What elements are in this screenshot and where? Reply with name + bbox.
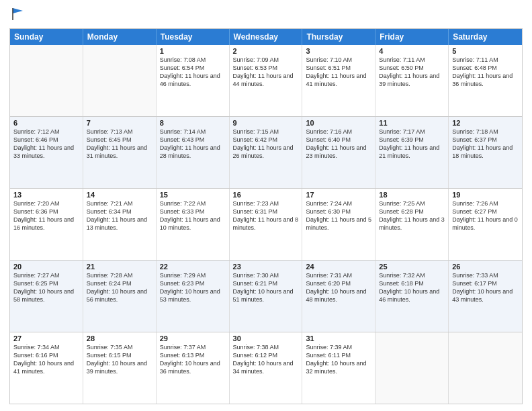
calendar-day-18: 18Sunrise: 7:25 AM Sunset: 6:28 PM Dayli… xyxy=(375,189,449,260)
calendar-day-17: 17Sunrise: 7:24 AM Sunset: 6:30 PM Dayli… xyxy=(302,189,375,260)
day-number: 26 xyxy=(452,263,519,271)
calendar-day-25: 25Sunrise: 7:32 AM Sunset: 6:18 PM Dayli… xyxy=(375,261,449,332)
day-info: Sunrise: 7:12 AM Sunset: 6:46 PM Dayligh… xyxy=(13,128,79,161)
calendar-day-9: 9Sunrise: 7:15 AM Sunset: 6:42 PM Daylig… xyxy=(230,117,303,188)
calendar-day-28: 28Sunrise: 7:35 AM Sunset: 6:15 PM Dayli… xyxy=(83,332,157,404)
day-number: 8 xyxy=(160,119,226,127)
day-number: 7 xyxy=(87,119,152,127)
day-info: Sunrise: 7:23 AM Sunset: 6:31 PM Dayligh… xyxy=(233,199,299,232)
day-number: 6 xyxy=(13,119,79,127)
day-number: 21 xyxy=(87,263,152,271)
calendar-day-22: 22Sunrise: 7:29 AM Sunset: 6:23 PM Dayli… xyxy=(157,261,230,332)
day-number: 2 xyxy=(233,47,299,55)
day-info: Sunrise: 7:13 AM Sunset: 6:45 PM Dayligh… xyxy=(87,128,152,161)
day-info: Sunrise: 7:32 AM Sunset: 6:18 PM Dayligh… xyxy=(379,271,445,304)
day-number: 5 xyxy=(452,47,519,55)
day-number: 31 xyxy=(306,334,371,342)
day-info: Sunrise: 7:26 AM Sunset: 6:27 PM Dayligh… xyxy=(452,199,519,232)
logo-flag-icon xyxy=(11,7,26,21)
day-number: 15 xyxy=(160,191,226,199)
day-info: Sunrise: 7:38 AM Sunset: 6:12 PM Dayligh… xyxy=(233,343,299,376)
calendar-day-13: 13Sunrise: 7:20 AM Sunset: 6:36 PM Dayli… xyxy=(10,189,83,260)
calendar-day-empty xyxy=(83,45,157,116)
calendar-week-5: 27Sunrise: 7:34 AM Sunset: 6:16 PM Dayli… xyxy=(10,332,522,404)
day-number: 20 xyxy=(13,263,79,271)
calendar-week-3: 13Sunrise: 7:20 AM Sunset: 6:36 PM Dayli… xyxy=(10,188,522,260)
day-info: Sunrise: 7:33 AM Sunset: 6:17 PM Dayligh… xyxy=(452,271,519,304)
day-info: Sunrise: 7:08 AM Sunset: 6:54 PM Dayligh… xyxy=(160,56,226,89)
calendar-day-15: 15Sunrise: 7:22 AM Sunset: 6:33 PM Dayli… xyxy=(157,189,230,260)
calendar-day-23: 23Sunrise: 7:30 AM Sunset: 6:21 PM Dayli… xyxy=(230,261,303,332)
logo-text-block xyxy=(9,7,26,24)
weekday-header-sunday: Sunday xyxy=(10,29,83,45)
day-number: 16 xyxy=(233,191,299,199)
calendar-day-empty xyxy=(375,332,449,404)
day-info: Sunrise: 7:29 AM Sunset: 6:23 PM Dayligh… xyxy=(160,271,226,304)
day-info: Sunrise: 7:15 AM Sunset: 6:42 PM Dayligh… xyxy=(233,128,299,161)
day-number: 27 xyxy=(13,334,79,342)
day-info: Sunrise: 7:20 AM Sunset: 6:36 PM Dayligh… xyxy=(13,199,79,232)
weekday-header-saturday: Saturday xyxy=(449,29,522,45)
calendar-day-11: 11Sunrise: 7:17 AM Sunset: 6:39 PM Dayli… xyxy=(375,117,449,188)
calendar-day-30: 30Sunrise: 7:38 AM Sunset: 6:12 PM Dayli… xyxy=(230,332,303,404)
day-info: Sunrise: 7:39 AM Sunset: 6:11 PM Dayligh… xyxy=(306,343,371,376)
day-number: 30 xyxy=(233,334,299,342)
calendar-day-31: 31Sunrise: 7:39 AM Sunset: 6:11 PM Dayli… xyxy=(302,332,375,404)
day-number: 9 xyxy=(233,119,299,127)
day-info: Sunrise: 7:16 AM Sunset: 6:40 PM Dayligh… xyxy=(306,128,371,161)
day-number: 14 xyxy=(87,191,152,199)
day-info: Sunrise: 7:11 AM Sunset: 6:50 PM Dayligh… xyxy=(379,56,445,89)
weekday-header-tuesday: Tuesday xyxy=(157,29,230,45)
calendar-day-10: 10Sunrise: 7:16 AM Sunset: 6:40 PM Dayli… xyxy=(302,117,375,188)
day-number: 4 xyxy=(379,47,445,55)
day-info: Sunrise: 7:30 AM Sunset: 6:21 PM Dayligh… xyxy=(233,271,299,304)
calendar-day-20: 20Sunrise: 7:27 AM Sunset: 6:25 PM Dayli… xyxy=(10,261,83,332)
calendar-day-empty xyxy=(449,332,522,404)
svg-marker-0 xyxy=(13,8,23,20)
calendar-week-1: 1Sunrise: 7:08 AM Sunset: 6:54 PM Daylig… xyxy=(10,45,522,116)
day-info: Sunrise: 7:28 AM Sunset: 6:24 PM Dayligh… xyxy=(87,271,152,304)
day-info: Sunrise: 7:18 AM Sunset: 6:37 PM Dayligh… xyxy=(452,128,519,161)
calendar-week-2: 6Sunrise: 7:12 AM Sunset: 6:46 PM Daylig… xyxy=(10,116,522,188)
day-info: Sunrise: 7:11 AM Sunset: 6:48 PM Dayligh… xyxy=(452,56,519,89)
day-number: 17 xyxy=(306,191,371,199)
day-number: 12 xyxy=(452,119,519,127)
calendar-day-26: 26Sunrise: 7:33 AM Sunset: 6:17 PM Dayli… xyxy=(449,261,522,332)
calendar: SundayMondayTuesdayWednesdayThursdayFrid… xyxy=(9,28,523,405)
day-number: 3 xyxy=(306,47,371,55)
day-number: 29 xyxy=(160,334,226,342)
day-info: Sunrise: 7:35 AM Sunset: 6:15 PM Dayligh… xyxy=(87,343,152,376)
calendar-day-6: 6Sunrise: 7:12 AM Sunset: 6:46 PM Daylig… xyxy=(10,117,83,188)
calendar-day-5: 5Sunrise: 7:11 AM Sunset: 6:48 PM Daylig… xyxy=(449,45,522,116)
weekday-header-thursday: Thursday xyxy=(302,29,375,45)
day-info: Sunrise: 7:27 AM Sunset: 6:25 PM Dayligh… xyxy=(13,271,79,304)
calendar-day-empty xyxy=(10,45,83,116)
day-number: 24 xyxy=(306,263,371,271)
page: SundayMondayTuesdayWednesdayThursdayFrid… xyxy=(0,0,532,411)
day-info: Sunrise: 7:17 AM Sunset: 6:39 PM Dayligh… xyxy=(379,128,445,161)
day-number: 23 xyxy=(233,263,299,271)
day-number: 1 xyxy=(160,47,226,55)
calendar-day-16: 16Sunrise: 7:23 AM Sunset: 6:31 PM Dayli… xyxy=(230,189,303,260)
weekday-header-monday: Monday xyxy=(83,29,157,45)
logo xyxy=(9,7,26,24)
calendar-day-19: 19Sunrise: 7:26 AM Sunset: 6:27 PM Dayli… xyxy=(449,189,522,260)
day-info: Sunrise: 7:21 AM Sunset: 6:34 PM Dayligh… xyxy=(87,199,152,232)
day-info: Sunrise: 7:34 AM Sunset: 6:16 PM Dayligh… xyxy=(13,343,79,376)
calendar-day-8: 8Sunrise: 7:14 AM Sunset: 6:43 PM Daylig… xyxy=(157,117,230,188)
header xyxy=(9,7,523,24)
weekday-header-friday: Friday xyxy=(375,29,449,45)
calendar-day-14: 14Sunrise: 7:21 AM Sunset: 6:34 PM Dayli… xyxy=(83,189,157,260)
calendar-week-4: 20Sunrise: 7:27 AM Sunset: 6:25 PM Dayli… xyxy=(10,260,522,332)
day-info: Sunrise: 7:09 AM Sunset: 6:53 PM Dayligh… xyxy=(233,56,299,89)
calendar-day-27: 27Sunrise: 7:34 AM Sunset: 6:16 PM Dayli… xyxy=(10,332,83,404)
calendar-day-3: 3Sunrise: 7:10 AM Sunset: 6:51 PM Daylig… xyxy=(302,45,375,116)
calendar-body: 1Sunrise: 7:08 AM Sunset: 6:54 PM Daylig… xyxy=(10,45,522,404)
day-info: Sunrise: 7:24 AM Sunset: 6:30 PM Dayligh… xyxy=(306,199,371,232)
calendar-day-21: 21Sunrise: 7:28 AM Sunset: 6:24 PM Dayli… xyxy=(83,261,157,332)
day-info: Sunrise: 7:31 AM Sunset: 6:20 PM Dayligh… xyxy=(306,271,371,304)
day-info: Sunrise: 7:22 AM Sunset: 6:33 PM Dayligh… xyxy=(160,199,226,232)
day-number: 13 xyxy=(13,191,79,199)
day-number: 10 xyxy=(306,119,371,127)
day-number: 28 xyxy=(87,334,152,342)
